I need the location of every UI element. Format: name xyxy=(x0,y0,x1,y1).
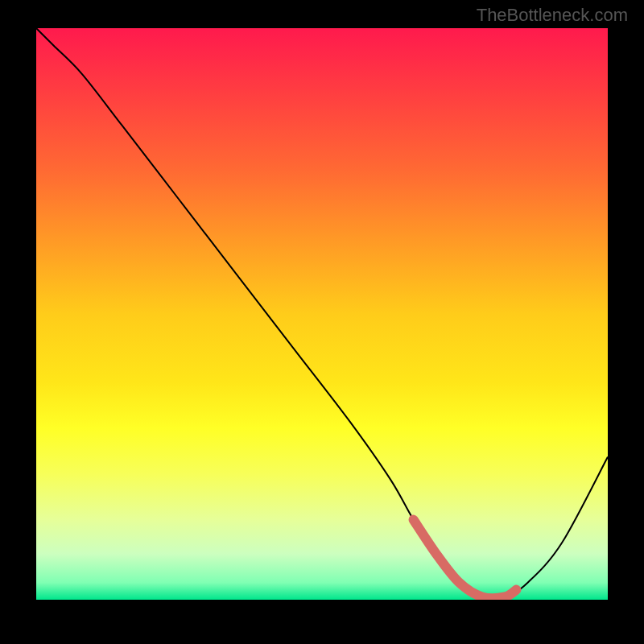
watermark-text: TheBottleneck.com xyxy=(477,5,628,26)
chart-plot-area xyxy=(36,28,608,600)
chart-highlight-segment xyxy=(414,520,517,599)
chart-highlight-svg xyxy=(36,28,608,600)
